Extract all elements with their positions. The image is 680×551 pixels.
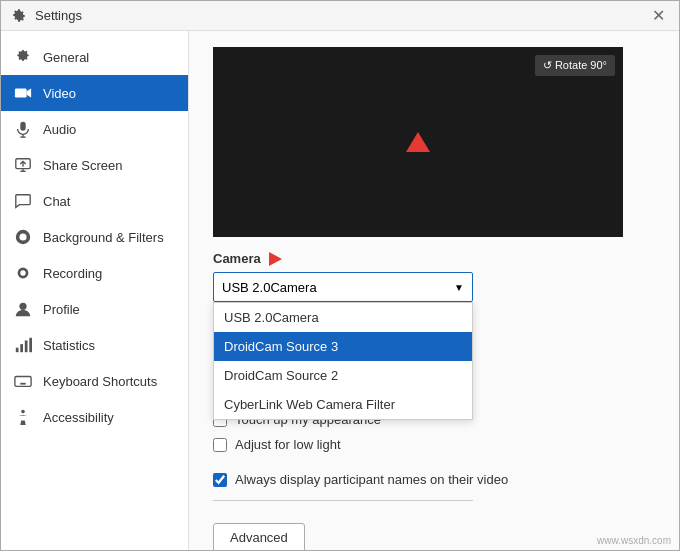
settings-window: Settings ✕ General Video <box>0 0 680 551</box>
share-screen-icon <box>13 155 33 175</box>
sidebar-label-audio: Audio <box>43 122 76 137</box>
sidebar-label-chat: Chat <box>43 194 70 209</box>
rotate-button[interactable]: ↺ Rotate 90° <box>535 55 615 76</box>
video-icon <box>13 83 33 103</box>
low-light-row: Adjust for low light <box>213 437 655 452</box>
sidebar-item-background[interactable]: Background & Filters <box>1 219 188 255</box>
sidebar-item-general[interactable]: General <box>1 39 188 75</box>
sidebar-label-general: General <box>43 50 89 65</box>
stats-icon <box>13 335 33 355</box>
svg-point-15 <box>19 303 26 310</box>
svg-point-14 <box>20 270 25 275</box>
camera-select-display[interactable]: USB 2.0Camera ▼ <box>213 272 473 302</box>
dropdown-item-cyberlink[interactable]: CyberLink Web Camera Filter <box>214 390 472 419</box>
profile-icon <box>13 299 33 319</box>
svg-rect-19 <box>29 338 32 352</box>
camera-preview: ↺ Rotate 90° <box>213 47 623 237</box>
sidebar-item-accessibility[interactable]: Accessibility <box>1 399 188 435</box>
sidebar-item-profile[interactable]: Profile <box>1 291 188 327</box>
settings-window-icon <box>11 8 27 24</box>
sidebar-label-keyboard: Keyboard Shortcuts <box>43 374 157 389</box>
sidebar-label-video: Video <box>43 86 76 101</box>
audio-icon <box>13 119 33 139</box>
sidebar-item-chat[interactable]: Chat <box>1 183 188 219</box>
title-bar: Settings ✕ <box>1 1 679 31</box>
sidebar-label-statistics: Statistics <box>43 338 95 353</box>
display-names-label: Always display participant names on thei… <box>235 472 508 487</box>
sidebar: General Video Audio Sha <box>1 31 189 550</box>
dropdown-item-droidcam3[interactable]: DroidCam Source 3 <box>214 332 472 361</box>
main-panel: ↺ Rotate 90° Camera USB 2.0Camera ▼ <box>189 31 679 550</box>
options-section: Touch up my appearance Adjust for low li… <box>213 412 655 550</box>
svg-rect-4 <box>20 122 25 131</box>
camera-selected-value: USB 2.0Camera <box>222 280 317 295</box>
gear-icon <box>13 47 33 67</box>
camera-arrow-icon <box>269 252 282 266</box>
dropdown-chevron-icon: ▼ <box>454 282 464 293</box>
close-button[interactable]: ✕ <box>648 6 669 25</box>
svg-rect-2 <box>15 89 27 98</box>
svg-point-26 <box>21 410 25 414</box>
svg-rect-18 <box>25 341 28 353</box>
sidebar-item-video[interactable]: Video <box>1 75 188 111</box>
chat-icon <box>13 191 33 211</box>
title-bar-left: Settings <box>11 8 82 24</box>
content-area: General Video Audio Sha <box>1 31 679 550</box>
svg-rect-16 <box>16 348 19 353</box>
background-icon <box>13 227 33 247</box>
accessibility-icon <box>13 407 33 427</box>
low-light-checkbox[interactable] <box>213 438 227 452</box>
sidebar-item-statistics[interactable]: Statistics <box>1 327 188 363</box>
sidebar-item-keyboard[interactable]: Keyboard Shortcuts <box>1 363 188 399</box>
advanced-button[interactable]: Advanced <box>213 523 305 550</box>
svg-marker-3 <box>27 89 32 98</box>
dropdown-item-droidcam2[interactable]: DroidCam Source 2 <box>214 361 472 390</box>
low-light-label: Adjust for low light <box>235 437 341 452</box>
svg-rect-17 <box>20 344 23 352</box>
camera-select-wrapper: USB 2.0Camera ▼ USB 2.0Camera DroidCam S… <box>213 272 473 302</box>
camera-dropdown-menu: USB 2.0Camera DroidCam Source 3 DroidCam… <box>213 302 473 420</box>
keyboard-icon <box>13 371 33 391</box>
sidebar-label-accessibility: Accessibility <box>43 410 114 425</box>
watermark: www.wsxdn.com <box>597 535 671 546</box>
display-names-checkbox[interactable] <box>213 473 227 487</box>
recording-icon <box>13 263 33 283</box>
sidebar-label-recording: Recording <box>43 266 102 281</box>
sidebar-label-profile: Profile <box>43 302 80 317</box>
camera-section-label: Camera <box>213 251 655 266</box>
sidebar-label-background: Background & Filters <box>43 230 164 245</box>
sidebar-item-recording[interactable]: Recording <box>1 255 188 291</box>
sidebar-item-audio[interactable]: Audio <box>1 111 188 147</box>
display-names-row: Always display participant names on thei… <box>213 472 655 487</box>
dropdown-item-usb2[interactable]: USB 2.0Camera <box>214 303 472 332</box>
sidebar-item-share-screen[interactable]: Share Screen <box>1 147 188 183</box>
sidebar-label-share: Share Screen <box>43 158 123 173</box>
svg-rect-20 <box>15 377 31 387</box>
svg-point-12 <box>19 233 26 240</box>
window-title: Settings <box>35 8 82 23</box>
